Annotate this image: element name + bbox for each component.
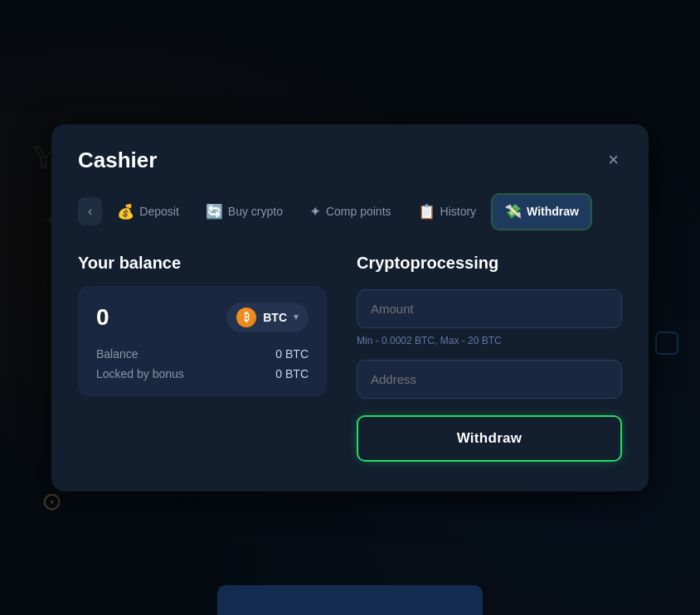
tab-comp-points-label: Comp points: [326, 205, 391, 218]
tab-buy-crypto-label: Buy crypto: [228, 205, 283, 218]
cashier-modal: Cashier × ‹ 💰 Deposit 🔄 Buy crypto ✦ Com…: [51, 124, 649, 492]
tab-bar: ‹ 💰 Deposit 🔄 Buy crypto ✦ Comp points 📋…: [78, 193, 622, 230]
deco-circle: [655, 332, 678, 355]
balance-label: Balance: [96, 347, 139, 361]
tab-deposit[interactable]: 💰 Deposit: [105, 195, 190, 229]
amount-hint: Min - 0.0002 BTC, Max - 20 BTC: [357, 335, 622, 346]
tab-history-label: History: [440, 205, 477, 218]
crypto-title: Cryptoprocessing: [357, 254, 622, 273]
tab-withdraw[interactable]: 💸 Withdraw: [491, 193, 592, 230]
tab-back-button[interactable]: ‹: [78, 197, 102, 225]
locked-label: Locked by bonus: [96, 367, 184, 380]
deco-bottom-bar: [217, 585, 483, 615]
tab-withdraw-label: Withdraw: [527, 205, 579, 218]
deposit-icon: 💰: [117, 203, 134, 220]
back-arrow-icon: ‹: [88, 204, 92, 219]
amount-input[interactable]: [357, 289, 622, 328]
crypto-panel: Cryptoprocessing Min - 0.0002 BTC, Max -…: [357, 254, 622, 462]
balance-amount: 0: [96, 304, 109, 331]
balance-top: 0 ₿ BTC ▾: [96, 303, 309, 332]
history-icon: 📋: [418, 203, 435, 220]
tab-deposit-label: Deposit: [139, 205, 178, 218]
comp-points-icon: ✦: [309, 203, 321, 220]
deco-orange: ⊙: [41, 487, 62, 516]
amount-input-group: [357, 289, 622, 328]
tab-buy-crypto[interactable]: 🔄 Buy crypto: [194, 195, 294, 229]
currency-selector[interactable]: ₿ BTC ▾: [226, 303, 309, 332]
buy-crypto-icon: 🔄: [206, 203, 223, 220]
balance-card: 0 ₿ BTC ▾ Balance 0 BTC Locked by bonus …: [78, 286, 327, 397]
address-input-group: [357, 360, 622, 399]
withdraw-button[interactable]: Withdraw: [357, 415, 622, 462]
tab-history[interactable]: 📋 History: [406, 195, 489, 229]
balance-value: 0 BTC: [275, 347, 309, 361]
currency-symbol: BTC: [263, 311, 287, 324]
chevron-down-icon: ▾: [294, 312, 299, 322]
close-button[interactable]: ×: [605, 148, 622, 172]
modal-header: Cashier ×: [78, 148, 622, 173]
balance-panel: Your balance 0 ₿ BTC ▾ Balance 0 BTC Loc…: [78, 254, 327, 462]
main-content: Your balance 0 ₿ BTC ▾ Balance 0 BTC Loc…: [78, 254, 622, 462]
modal-title: Cashier: [78, 148, 157, 173]
withdraw-btn-wrapper: Withdraw: [357, 415, 622, 462]
locked-value: 0 BTC: [275, 367, 309, 380]
withdraw-icon: 💸: [504, 203, 522, 220]
balance-title: Your balance: [78, 254, 327, 273]
btc-icon: ₿: [236, 308, 256, 327]
balance-row-balance: Balance 0 BTC: [96, 347, 309, 361]
address-input[interactable]: [357, 360, 622, 399]
tab-comp-points[interactable]: ✦ Comp points: [298, 195, 403, 229]
balance-row-locked: Locked by bonus 0 BTC: [96, 367, 309, 380]
